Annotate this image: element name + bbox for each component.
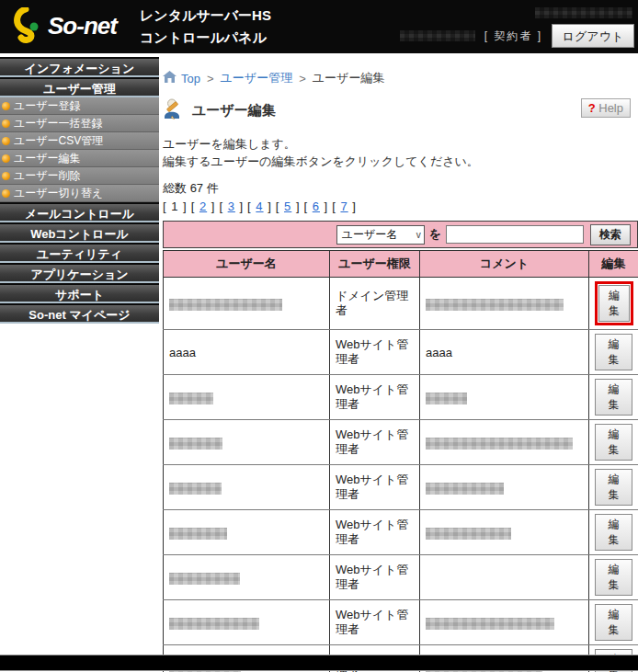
- cell-edit: 編集: [589, 510, 638, 555]
- breadcrumb-level1-link[interactable]: ユーザー管理: [221, 70, 293, 86]
- sidebar-item-label: ユーザー管理: [43, 82, 116, 96]
- edit-button[interactable]: 編集: [598, 285, 630, 322]
- sidebar-item-ユーザー削除[interactable]: ユーザー削除: [0, 167, 159, 185]
- cell-username: [164, 278, 330, 330]
- sidebar-section-ユーザー管理[interactable]: ユーザー管理: [0, 77, 159, 97]
- edit-button[interactable]: 編集: [595, 559, 632, 596]
- sidebar-section-インフォメーション[interactable]: インフォメーション: [0, 57, 159, 77]
- total-count-line: 総数 67 件: [163, 180, 638, 197]
- cell-role: Webサイト管理者: [330, 555, 420, 600]
- page-link-6[interactable]: 6: [313, 199, 320, 213]
- service-title: レンタルサーバーHS コントロールパネル: [140, 5, 271, 49]
- cell-comment: aaaa: [420, 330, 589, 375]
- cell-role: Webサイト管理者: [330, 330, 420, 375]
- logout-button[interactable]: ログアウト: [552, 24, 634, 48]
- so-net-logo-icon: [11, 7, 44, 44]
- page-link-2[interactable]: 2: [199, 199, 207, 213]
- bullet-icon: [2, 172, 10, 180]
- cell-edit: 編集: [589, 330, 638, 375]
- search-input[interactable]: [446, 225, 584, 244]
- cell-username: [164, 420, 330, 465]
- cell-role: ドメイン管理者: [330, 278, 420, 330]
- redacted-text: [169, 618, 259, 630]
- search-field-select[interactable]: ユーザー名 v: [336, 225, 425, 245]
- service-title-line2: コントロールパネル: [140, 27, 271, 49]
- sidebar-item-label: Webコントロール: [30, 227, 129, 241]
- sidebar-item-label: So-net マイページ: [28, 308, 130, 322]
- table-row: ドメイン管理者編集: [164, 278, 638, 330]
- bullet-icon: [2, 102, 10, 110]
- redacted-text: [426, 393, 467, 404]
- sidebar-item-label: ユーザー切り替え: [14, 187, 103, 199]
- table-row: Webサイト管理者編集: [164, 600, 638, 645]
- sidebar-section-メールコントロール[interactable]: メールコントロール: [0, 202, 159, 222]
- sidebar-item-ユーザー切り替え[interactable]: ユーザー切り替え: [0, 185, 159, 202]
- search-particle-label: を: [429, 226, 441, 243]
- sidebar-item-ユーザー編集[interactable]: ユーザー編集: [0, 150, 159, 167]
- sidebar-section-ユーティリティ[interactable]: ユーティリティ: [0, 243, 159, 263]
- sidebar-section-サポート[interactable]: サポート: [0, 283, 159, 303]
- table-row: Webサイト管理者編集: [164, 555, 638, 600]
- cell-edit: 編集: [589, 465, 638, 510]
- edit-button[interactable]: 編集: [595, 514, 632, 551]
- sidebar-item-ユーザー一括登録[interactable]: ユーザー一括登録: [0, 115, 159, 132]
- sidebar-item-ユーザーCSV管理[interactable]: ユーザーCSV管理: [0, 132, 159, 150]
- redacted-text: [426, 618, 554, 630]
- breadcrumb-home-link[interactable]: Top: [181, 72, 200, 85]
- user-table: ユーザー名 ユーザー権限 コメント 編集 ドメイン管理者編集aaaaWebサイト…: [163, 250, 638, 672]
- footer-bar: [0, 655, 638, 671]
- breadcrumb-current: ユーザー編集: [313, 70, 385, 86]
- help-button[interactable]: ? Help: [581, 98, 631, 118]
- page-link-7[interactable]: 7: [340, 199, 347, 213]
- edit-button[interactable]: 編集: [595, 469, 632, 506]
- cell-username: [164, 465, 330, 510]
- sidebar-section-Webコントロール[interactable]: Webコントロール: [0, 222, 159, 243]
- total-unit: 件: [207, 181, 219, 195]
- page-link-3[interactable]: 3: [228, 199, 235, 213]
- cell-username: [164, 375, 330, 420]
- edit-button[interactable]: 編集: [595, 379, 632, 416]
- user-table-body: ドメイン管理者編集aaaaWebサイト管理者aaaa編集Webサイト管理者編集W…: [164, 278, 638, 672]
- page-slot: [ 1 ]: [163, 199, 188, 213]
- sidebar-section-So-net マイページ[interactable]: So-net マイページ: [0, 303, 159, 324]
- edit-button[interactable]: 編集: [595, 334, 632, 370]
- page-slot: [ 3 ]: [219, 199, 244, 213]
- cell-edit: 編集: [589, 600, 638, 645]
- page-link-1: 1: [171, 199, 178, 213]
- search-button[interactable]: 検索: [590, 224, 631, 245]
- table-row: aaaaWebサイト管理者aaaa編集: [164, 330, 638, 375]
- cell-comment: [420, 375, 589, 420]
- cell-username: [164, 555, 330, 600]
- cell-role: Webサイト管理者: [330, 375, 420, 420]
- edit-button[interactable]: 編集: [595, 604, 632, 641]
- redacted-text: [169, 393, 213, 404]
- sidebar-section-アプリケーション[interactable]: アプリケーション: [0, 263, 159, 283]
- service-title-line1: レンタルサーバーHS: [140, 5, 271, 27]
- cell-comment: [420, 420, 589, 465]
- sidebar-item-label: ユーザー削除: [14, 169, 81, 182]
- table-row: Webサイト管理者編集: [164, 420, 638, 465]
- sidebar: インフォメーションユーザー管理ユーザー登録ユーザー一括登録ユーザーCSV管理ユー…: [0, 57, 159, 324]
- bullet-icon: [2, 137, 10, 145]
- redacted-text: [426, 528, 511, 540]
- description-line1: ユーザーを編集します。: [163, 135, 638, 153]
- page-slot: [ 2 ]: [191, 199, 216, 213]
- edit-button[interactable]: 編集: [595, 424, 632, 461]
- top-header-bar: So-net レンタルサーバーHS コントロールパネル [ 契約者 ] ログアウ…: [0, 0, 638, 53]
- user-edit-icon: [163, 97, 187, 124]
- redacted-text: [169, 483, 222, 495]
- page-slot: [ 4 ]: [247, 199, 272, 213]
- redacted-text: [169, 438, 222, 450]
- breadcrumb: Top > ユーザー管理 > ユーザー編集: [163, 70, 638, 86]
- page-slot: [ 5 ]: [276, 199, 301, 213]
- table-row: Webサイト管理者編集: [164, 375, 638, 420]
- page-link-4[interactable]: 4: [256, 199, 263, 213]
- page-link-5[interactable]: 5: [284, 199, 291, 213]
- redacted-account-info: [535, 7, 632, 18]
- cell-edit: 編集: [589, 375, 638, 420]
- so-net-logo: So-net: [11, 7, 117, 44]
- breadcrumb-separator: >: [299, 72, 306, 85]
- sidebar-item-label: ユーザーCSV管理: [14, 134, 103, 147]
- cell-comment: [420, 555, 589, 600]
- sidebar-item-ユーザー登録[interactable]: ユーザー登録: [0, 97, 159, 115]
